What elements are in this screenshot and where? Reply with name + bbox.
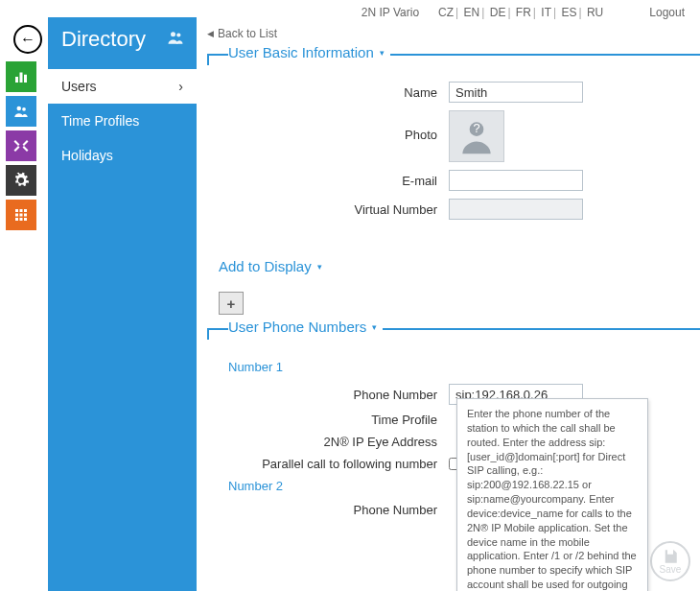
svg-point-3 [17, 106, 22, 111]
sidebar-item-users[interactable]: Users › [48, 69, 197, 104]
svg-rect-7 [24, 209, 27, 212]
section-title-text: Add to Display [219, 258, 312, 274]
section-title-phones[interactable]: User Phone Numbers ▾ [228, 319, 383, 335]
tools-icon[interactable] [6, 130, 36, 161]
section-title-display[interactable]: Add to Display ▾ [219, 258, 322, 274]
back-to-list[interactable]: ◀ Back to List [207, 27, 277, 40]
svg-point-15 [176, 33, 180, 36]
svg-point-4 [22, 107, 26, 111]
photo-label: Photo [219, 110, 449, 142]
lang-ru[interactable]: RU [587, 6, 603, 19]
chevron-down-icon: ▾ [372, 322, 377, 332]
section-title-basic[interactable]: User Basic Information ▾ [228, 44, 390, 60]
email-label: E-mail [219, 174, 449, 188]
svg-rect-2 [24, 75, 27, 83]
lang-es[interactable]: ES [561, 6, 576, 19]
svg-point-14 [171, 32, 175, 36]
triangle-left-icon: ◀ [207, 29, 214, 38]
sidebar-item-holidays[interactable]: Holidays [48, 138, 197, 173]
back-to-list-label: Back to List [218, 27, 277, 40]
parallel-call-label: Parallel call to following number [219, 457, 449, 471]
phone-number-label: Phone Number [219, 388, 449, 402]
section-title-text: User Phone Numbers [228, 319, 366, 335]
users-icon [166, 28, 185, 52]
keypad-icon[interactable] [6, 200, 36, 230]
sidebar: Directory Users › Time Profiles Holidays [48, 17, 197, 591]
save-label: Save [660, 564, 682, 575]
time-profile-label: Time Profile [219, 413, 449, 427]
name-label: Name [219, 85, 449, 100]
lang-fr[interactable]: FR [516, 6, 531, 19]
chevron-right-icon: › [178, 79, 183, 94]
tooltip-phone-number: Enter the phone number of the station to… [456, 398, 648, 591]
number-1-header: Number 1 [228, 360, 700, 374]
name-input[interactable] [449, 82, 583, 103]
status-icon[interactable] [6, 61, 36, 92]
save-button[interactable]: Save [650, 541, 690, 581]
add-display-button[interactable]: + [219, 292, 244, 315]
lang-switcher: CZ| EN| DE| FR| IT| ES| RU [438, 6, 603, 19]
settings-icon[interactable] [6, 165, 36, 196]
email-input[interactable] [449, 170, 583, 191]
lang-de[interactable]: DE [490, 6, 506, 19]
svg-rect-6 [20, 209, 23, 212]
phone-number-2-label: Phone Number [219, 503, 449, 517]
sidebar-item-label: Users [61, 79, 97, 94]
lang-en[interactable]: EN [464, 6, 480, 19]
photo-placeholder[interactable]: ? [449, 110, 504, 162]
svg-rect-10 [24, 214, 27, 217]
svg-rect-9 [20, 214, 23, 217]
directory-icon[interactable] [6, 96, 36, 127]
section-title-text: User Basic Information [228, 44, 374, 60]
chevron-down-icon: ▾ [317, 262, 322, 272]
virtual-number-input [449, 199, 583, 220]
svg-rect-11 [15, 218, 18, 221]
back-button[interactable]: ← [13, 25, 42, 54]
sidebar-item-time-profiles[interactable]: Time Profiles [48, 104, 197, 138]
ip-eye-address-label: 2N® IP Eye Address [219, 435, 449, 449]
svg-rect-0 [15, 77, 18, 83]
device-model: 2N IP Vario [362, 6, 419, 19]
virtual-number-label: Virtual Number [219, 202, 449, 217]
logout-button[interactable]: Logout [649, 6, 685, 19]
svg-rect-5 [15, 209, 18, 212]
svg-text:?: ? [473, 121, 479, 135]
svg-rect-12 [20, 218, 23, 221]
sidebar-title: Directory [61, 27, 146, 52]
svg-rect-1 [20, 73, 23, 83]
lang-cz[interactable]: CZ [438, 6, 454, 19]
lang-it[interactable]: IT [541, 6, 551, 19]
svg-rect-13 [24, 218, 27, 221]
section-basic-info: User Basic Information ▾ Name Photo ? E-… [207, 54, 700, 243]
svg-rect-8 [15, 214, 18, 217]
chevron-down-icon: ▾ [380, 48, 385, 58]
